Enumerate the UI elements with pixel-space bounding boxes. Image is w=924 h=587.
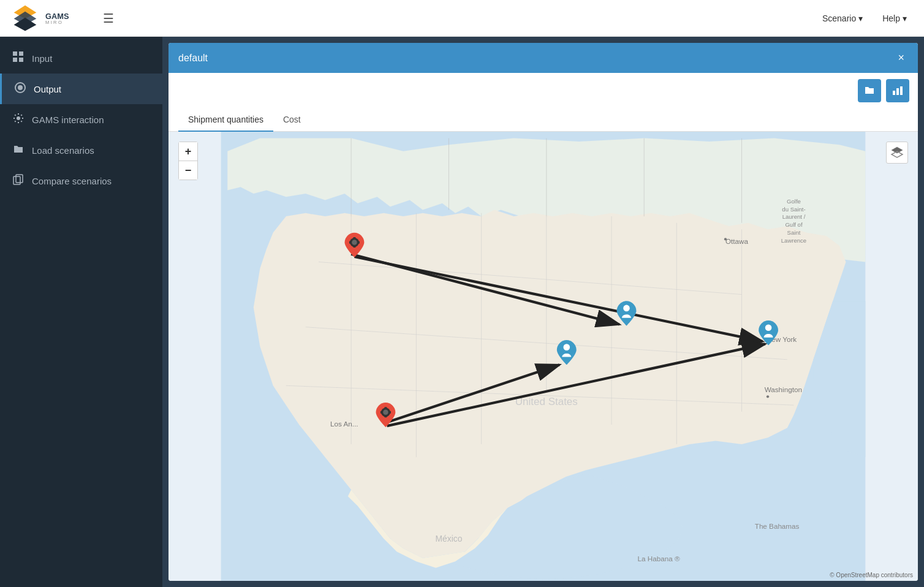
tab-cost[interactable]: Cost: [273, 108, 311, 132]
folder-button[interactable]: [858, 79, 881, 102]
panel-header: default ×: [169, 43, 918, 73]
svg-text:Gulf of: Gulf of: [785, 221, 802, 228]
help-button[interactable]: Help ▾: [875, 10, 914, 27]
svg-text:du Saint-: du Saint-: [782, 206, 805, 213]
svg-text:Ottawa: Ottawa: [725, 237, 748, 245]
zoom-in-button[interactable]: +: [179, 142, 197, 161]
svg-rect-64: [353, 237, 355, 239]
panel: default × Shipment quantities Cost: [169, 43, 918, 581]
logo: GAMS MIRO GAMS MIRO: [10, 3, 88, 34]
svg-text:México: México: [436, 534, 463, 543]
svg-rect-65: [353, 246, 355, 248]
svg-rect-73: [389, 411, 391, 414]
svg-point-45: [767, 395, 769, 398]
svg-point-76: [765, 324, 772, 331]
svg-rect-9: [13, 58, 17, 62]
svg-rect-70: [384, 407, 387, 409]
svg-rect-16: [893, 91, 895, 95]
svg-rect-14: [13, 176, 20, 184]
logo-icon: GAMS MIRO: [10, 3, 40, 34]
sidebar-item-load-scenarios[interactable]: Load scenarios: [0, 135, 162, 165]
sidebar-load-scenarios-label: Load scenarios: [32, 145, 94, 156]
content-area: default × Shipment quantities Cost: [162, 37, 924, 587]
svg-rect-15: [16, 175, 23, 183]
svg-text:Golfe: Golfe: [787, 198, 801, 205]
svg-point-12: [18, 85, 23, 90]
layers-icon: [890, 146, 904, 159]
map-zoom-controls: + −: [178, 142, 198, 180]
sidebar-item-output[interactable]: Output: [0, 74, 162, 104]
svg-point-63: [352, 240, 357, 244]
svg-rect-71: [384, 415, 387, 417]
svg-text:Laurent /: Laurent /: [782, 213, 806, 220]
folder-icon: [12, 143, 25, 157]
hamburger-button[interactable]: ☰: [98, 9, 119, 28]
main-layout: Input Output GAMS interaction Load scena…: [0, 37, 924, 587]
svg-point-74: [623, 305, 630, 312]
panel-toolbar: [169, 73, 918, 108]
svg-rect-8: [19, 51, 23, 56]
svg-rect-7: [13, 51, 17, 56]
panel-close-button[interactable]: ×: [894, 50, 908, 66]
sidebar-compare-scenarios-label: Compare scenarios: [32, 176, 112, 186]
svg-rect-10: [19, 58, 23, 62]
svg-text:La Habana ®: La Habana ®: [638, 555, 680, 562]
copy-icon: [12, 174, 25, 187]
svg-text:MIRO: MIRO: [45, 20, 63, 25]
svg-text:Washington: Washington: [765, 385, 802, 393]
svg-rect-66: [349, 241, 351, 243]
map-attribution: © OpenStreetMap contributors: [830, 572, 913, 578]
svg-text:Saint: Saint: [787, 229, 801, 236]
sidebar-item-input[interactable]: Input: [0, 43, 162, 74]
folder-btn-icon: [864, 86, 875, 96]
svg-rect-67: [358, 241, 360, 243]
svg-text:The Bahamas: The Bahamas: [755, 522, 800, 530]
map-container[interactable]: + −: [169, 132, 918, 581]
svg-rect-17: [896, 88, 899, 95]
grid-icon: [12, 51, 25, 65]
output-icon: [14, 82, 26, 96]
sidebar-item-compare-scenarios[interactable]: Compare scenarios: [0, 165, 162, 196]
top-header: GAMS MIRO GAMS MIRO ☰ Scenario ▾ Help ▾: [0, 0, 924, 37]
svg-rect-72: [381, 411, 382, 414]
svg-point-13: [17, 116, 20, 120]
gear-icon: [12, 113, 25, 126]
svg-point-69: [383, 410, 388, 415]
gams-miro-text: GAMS MIRO: [45, 9, 88, 28]
scenario-button[interactable]: Scenario ▾: [815, 10, 870, 27]
chart-button[interactable]: [886, 79, 909, 102]
svg-text:Los An...: Los An...: [330, 420, 358, 428]
svg-text:Lawrence: Lawrence: [781, 237, 806, 244]
sidebar: Input Output GAMS interaction Load scena…: [0, 37, 162, 587]
svg-marker-19: [892, 147, 903, 153]
svg-point-42: [724, 238, 727, 240]
map-svg: Ottawa New York Washington United States…: [169, 132, 918, 581]
layers-button[interactable]: [886, 142, 908, 164]
svg-rect-18: [900, 86, 903, 95]
chart-btn-icon: [892, 86, 903, 96]
tab-shipment-quantities[interactable]: Shipment quantities: [178, 108, 273, 132]
tabs: Shipment quantities Cost: [169, 108, 918, 132]
sidebar-input-label: Input: [32, 53, 52, 64]
header-left: GAMS MIRO GAMS MIRO ☰: [10, 3, 119, 34]
header-right: Scenario ▾ Help ▾: [815, 10, 914, 27]
svg-text:United States: United States: [515, 396, 578, 407]
sidebar-item-gams-interaction[interactable]: GAMS interaction: [0, 104, 162, 135]
panel-title: default: [178, 53, 208, 64]
sidebar-output-label: Output: [34, 84, 61, 94]
zoom-out-button[interactable]: −: [179, 161, 197, 180]
svg-point-75: [563, 344, 570, 350]
sidebar-gams-interaction-label: GAMS interaction: [32, 115, 104, 125]
